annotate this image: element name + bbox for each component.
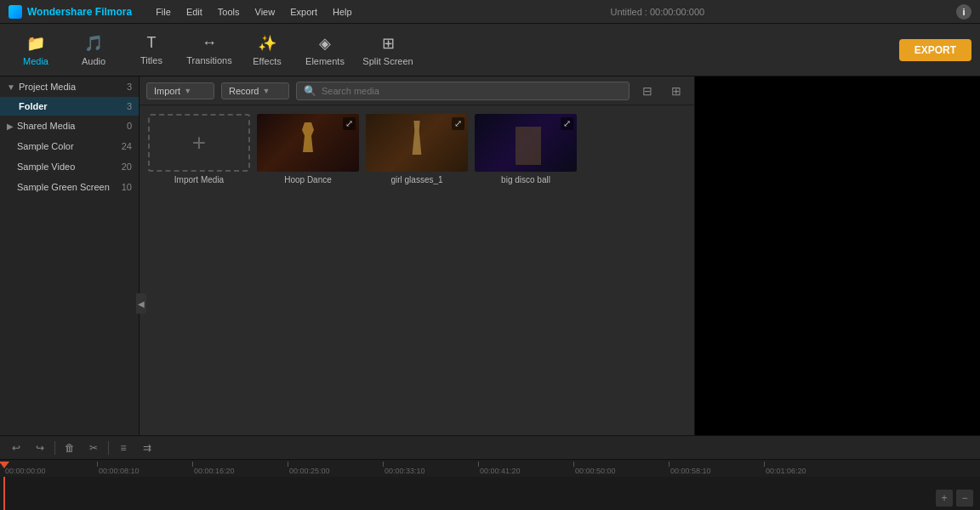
app: Wondershare Filmora File Edit Tools View… [0,0,980,510]
app-title: Wondershare Filmora [27,6,132,18]
project-title: Untitled : 00:00:00:000 [359,7,956,17]
undo-button[interactable]: ↩ [7,439,26,457]
toolbar-audio[interactable]: 🎵 Audio [66,27,121,73]
ruler-mark-0: 00:00:00:00 [3,462,97,475]
chevron-right-icon: ▶ [7,122,14,131]
timeline-tracks[interactable]: + − [0,477,980,510]
app-logo-icon [9,5,22,19]
ruler-mark-5: 00:00:41:20 [478,462,573,475]
toolbar-audio-label: Audio [82,56,105,66]
expand-icon2: ⤢ [452,117,464,130]
divider2 [108,441,109,455]
filter-button[interactable]: ⊟ [636,80,658,102]
chevron-down-icon: ▼ [7,82,15,92]
sidebar-sample-color-count: 24 [122,141,132,151]
menu-bar: File Edit Tools View Export Help [149,5,358,19]
toolbar-split-screen[interactable]: ⊞ Split Screen [356,27,420,73]
properties-button[interactable]: ≡ [114,439,133,457]
zoom-out-button[interactable]: − [956,490,973,507]
toolbar-transitions-label: Transitions [186,55,231,65]
playhead [3,477,5,510]
grid-view-button[interactable]: ⊞ [665,80,687,102]
record-chevron-icon: ▼ [262,87,270,95]
sidebar-sample-video-label: Sample Video [17,162,122,172]
record-label: Record [229,86,259,96]
toolbar-split-label: Split Screen [362,56,413,66]
search-input[interactable] [322,86,622,96]
media-thumb-girl-glasses: ⤢ [366,114,468,172]
effects-icon: ✨ [258,34,276,53]
import-media-item[interactable]: + Import Media [148,114,250,184]
media-thumb-hoop-dance: ⤢ [257,114,359,172]
transitions-icon: ↔ [202,34,217,52]
playhead-arrow [0,462,9,468]
toolbar-media[interactable]: 📁 Media [9,27,63,73]
speed-button[interactable]: ⇉ [138,439,157,457]
ruler-mark-4: 00:00:33:10 [383,462,478,475]
media-icon: 📁 [26,34,45,53]
sidebar-sample-color[interactable]: ▶ Sample Color 24 [0,136,139,156]
redo-button[interactable]: ↪ [31,439,49,457]
sidebar-sample-green[interactable]: ▶ Sample Green Screen 10 [0,177,139,197]
media-item-girl-glasses[interactable]: ⤢ girl glasses_1 [366,114,468,184]
zoom-controls: + − [936,490,973,507]
ruler-mark-1: 00:00:08:10 [97,462,192,475]
sidebar-project-media[interactable]: ▼ Project Media 3 [0,76,139,97]
sidebar-shared-label: Shared Media [17,121,127,131]
sidebar-folder-count: 3 [127,101,132,111]
info-icon[interactable]: i [956,4,971,20]
toolbar-elements-label: Elements [305,56,345,66]
toolbar-titles[interactable]: T Titles [124,27,179,73]
ruler-mark-2: 00:00:16:20 [192,462,288,475]
toolbar-transitions[interactable]: ↔ Transitions [182,27,236,73]
menu-export[interactable]: Export [283,5,324,19]
media-thumb-disco-ball: ⤢ [475,114,577,172]
import-media-label: Import Media [148,175,250,184]
bottom-section: ▼ Project Media 3 Folder 3 ▶ Shared Medi… [0,76,980,510]
record-dropdown[interactable]: Record ▼ [221,82,289,99]
split-screen-icon: ⊞ [382,34,395,53]
menu-help[interactable]: Help [326,5,359,19]
import-label: Import [154,86,180,96]
preview-screen [695,76,980,457]
menu-view[interactable]: View [248,5,282,19]
sidebar-sample-color-label: Sample Color [17,141,122,151]
timeline-ruler: 00:00:00:00 00:00:08:10 00:00:16:20 00:0… [0,460,980,477]
menu-edit[interactable]: Edit [179,5,209,19]
export-button[interactable]: EXPORT [899,39,971,61]
sidebar-shared-count: 0 [127,121,132,131]
sidebar-shared-media[interactable]: ▶ Shared Media 0 [0,116,139,136]
import-media-button[interactable]: + [148,114,250,172]
zoom-in-button[interactable]: + [936,490,953,507]
cut-button[interactable]: ✂ [84,439,103,457]
sidebar-folder[interactable]: Folder 3 [0,97,139,116]
sidebar-sample-video[interactable]: ▶ Sample Video 20 [0,156,139,177]
media-label-girl-glasses: girl glasses_1 [366,175,468,184]
content-toolbar: Import ▼ Record ▼ 🔍 ⊟ ⊞ [140,76,694,105]
divider1 [54,441,55,455]
toolbar-elements[interactable]: ◈ Elements [298,27,352,73]
sidebar-folder-label: Folder [19,101,127,111]
import-chevron-icon: ▼ [184,87,191,95]
timeline-toolbar: ↩ ↪ 🗑 ✂ ≡ ⇉ [0,436,980,460]
menu-file[interactable]: File [149,5,178,19]
toolbar-media-label: Media [23,56,48,66]
ruler-track: 00:00:00:00 00:00:08:10 00:00:16:20 00:0… [0,462,980,475]
sidebar-sample-green-label: Sample Green Screen [17,182,122,192]
expand-icon3: ⤢ [561,117,573,130]
sidebar-collapse-button[interactable]: ◀ [136,293,146,314]
menu-tools[interactable]: Tools [211,5,247,19]
sidebar-sample-video-count: 20 [122,162,132,172]
ruler-mark-3: 00:00:25:00 [288,462,383,475]
media-item-hoop-dance[interactable]: ⤢ Hoop Dance [257,114,359,184]
import-dropdown[interactable]: Import ▼ [146,82,214,99]
toolbar-effects-label: Effects [253,56,281,66]
main-toolbar: 📁 Media 🎵 Audio T Titles ↔ Transitions ✨… [0,24,980,76]
toolbar-effects[interactable]: ✨ Effects [240,27,294,73]
delete-button[interactable]: 🗑 [60,439,79,457]
timeline: ↩ ↪ 🗑 ✂ ≡ ⇉ 00:00:00:00 00:00:08:10 00:0… [0,435,980,510]
titlebar: Wondershare Filmora File Edit Tools View… [0,0,980,24]
media-item-disco-ball[interactable]: ⤢ big disco ball [475,114,577,184]
ruler-mark-6: 00:00:50:00 [573,462,669,475]
ruler-mark-8: 00:01:06:20 [764,462,859,475]
